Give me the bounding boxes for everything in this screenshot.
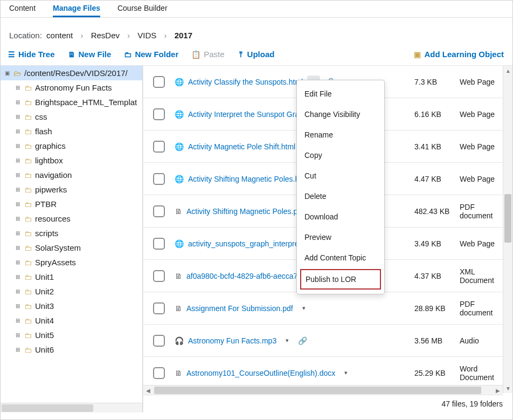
file-link[interactable]: Activity Magnetic Pole Shift.html [188, 142, 295, 151]
expand-icon[interactable]: ⊞ [15, 143, 21, 149]
menu-item[interactable]: Copy [297, 145, 384, 166]
expand-icon[interactable]: ⊞ [15, 85, 21, 91]
expand-icon[interactable]: ⊞ [15, 230, 21, 237]
file-link[interactable]: Assignment For Submission.pdf [186, 304, 293, 313]
file-horizontal-scrollbar[interactable]: ◀ ▶ [143, 385, 503, 395]
tree-item[interactable]: ⊞🗀SpryAssets [1, 255, 142, 270]
expand-icon[interactable]: ⊞ [15, 332, 21, 339]
tree-item[interactable]: ⊞🗀Unit6 [1, 342, 142, 357]
file-link[interactable]: Activity Interpret the Sunspot Grap [188, 110, 303, 119]
menu-item[interactable]: Cut [297, 166, 384, 186]
tab-content[interactable]: Content [9, 4, 36, 17]
menu-item[interactable]: Preview [297, 227, 384, 247]
tree-item[interactable]: ⊞🗀Unit3 [1, 299, 142, 313]
folder-icon: 🗀 [24, 215, 32, 223]
chevron-right-icon: › [77, 31, 86, 40]
tree-item[interactable]: ⊞🗀Unit1 [1, 270, 142, 284]
file-link[interactable]: activity_sunspots_graph_interpret. [188, 239, 303, 248]
breadcrumb-seg[interactable]: VIDS [135, 31, 158, 40]
checkbox[interactable] [153, 205, 165, 217]
upload-button[interactable]: ⤒ Upload [238, 50, 275, 59]
tree-item[interactable]: ⊞🗀resources [1, 211, 142, 226]
file-link[interactable]: Activity Shifting Magnetic Poles.ht [188, 175, 301, 183]
menu-item[interactable]: Publish to LOR [300, 269, 381, 290]
tree-item[interactable]: ⊞🗀Brightspace_HTML_Templat [1, 95, 142, 109]
checkbox[interactable] [153, 141, 165, 153]
scrollbar-thumb[interactable] [154, 387, 481, 394]
expand-icon[interactable]: ⊞ [15, 157, 21, 164]
collapse-icon[interactable]: ▣ [4, 70, 10, 77]
expand-icon[interactable]: ⊞ [15, 128, 21, 135]
checkbox[interactable] [153, 173, 165, 185]
scroll-down-icon[interactable]: ▼ [503, 383, 513, 393]
scroll-up-icon[interactable]: ▲ [503, 66, 513, 75]
scrollbar-thumb[interactable] [2, 404, 93, 412]
tree-item[interactable]: ⊞🗀lightbox [1, 153, 142, 168]
expand-icon[interactable]: ⊞ [15, 245, 21, 251]
tree-item-label: flash [35, 127, 52, 136]
menu-item[interactable]: Delete [297, 186, 384, 206]
file-vertical-scrollbar[interactable]: ▲ ▼ [503, 66, 512, 393]
expand-icon[interactable]: ⊞ [15, 274, 21, 280]
row-actions-dropdown[interactable]: ▾ [339, 367, 352, 380]
tree-item[interactable]: ⊞🗀Unit5 [1, 328, 142, 342]
expand-icon[interactable]: ⊞ [15, 303, 21, 309]
expand-icon[interactable]: ⊞ [15, 172, 21, 178]
tree-item[interactable]: ⊞🗀Astronomy Fun Facts [1, 80, 142, 95]
tree-item[interactable]: ⊞🗀Unit2 [1, 284, 142, 299]
checkbox[interactable] [153, 76, 165, 88]
scroll-right-icon[interactable]: ▶ [493, 385, 503, 395]
menu-item[interactable]: Edit File [297, 84, 384, 104]
tab-course-builder[interactable]: Course Builder [117, 4, 168, 17]
menu-item[interactable]: Download [297, 206, 384, 227]
expand-icon[interactable]: ⊞ [15, 99, 21, 106]
checkbox[interactable] [153, 335, 165, 347]
tree-horizontal-scrollbar[interactable] [1, 403, 142, 412]
menu-item[interactable]: Rename [297, 125, 384, 145]
hide-tree-button[interactable]: ☰ Hide Tree [8, 50, 55, 59]
tree-item[interactable]: ⊞🗀PTBR [1, 197, 142, 211]
checkbox[interactable] [153, 108, 165, 120]
add-learning-object-button[interactable]: ▣ Add Learning Object [414, 50, 504, 59]
tab-manage-files[interactable]: Manage Files [53, 4, 100, 17]
tree-root-label: /content/ResDev/VIDS/2017/ [24, 68, 128, 78]
file-link[interactable]: Activity Classify the Sunspots.html [188, 78, 303, 86]
tree-item[interactable]: ⊞🗀scripts [1, 226, 142, 240]
expand-icon[interactable]: ⊞ [15, 318, 21, 324]
file-link[interactable]: Astronomy101_CourseOutline(English).docx [186, 369, 335, 377]
expand-icon[interactable]: ⊞ [15, 288, 21, 295]
folder-icon: 🗀 [24, 127, 32, 136]
new-file-button[interactable]: 🗎 New File [68, 50, 112, 59]
checkbox[interactable] [153, 302, 165, 314]
expand-icon[interactable]: ⊞ [15, 201, 21, 208]
scroll-left-icon[interactable]: ◀ [143, 385, 153, 395]
file-link[interactable]: Activity Shifting Magnetic Poles.pd [186, 207, 302, 216]
row-actions-dropdown[interactable]: ▾ [281, 334, 294, 347]
expand-icon[interactable]: ⊞ [15, 187, 21, 193]
tree-item[interactable]: ⊞🗀flash [1, 124, 142, 139]
expand-icon[interactable]: ⊞ [15, 347, 21, 353]
checkbox[interactable] [153, 238, 165, 250]
file-link[interactable]: af0a980c-bcfd-4829-afb6-aecca78 [186, 272, 302, 280]
tree-item[interactable]: ⊞🗀SolarSystem [1, 240, 142, 255]
checkbox[interactable] [153, 270, 165, 282]
expand-icon[interactable]: ⊞ [15, 216, 21, 222]
tree-item[interactable]: ⊞🗀graphics [1, 139, 142, 153]
tree-item[interactable]: ⊞🗀css [1, 109, 142, 124]
new-folder-button[interactable]: 🗀 New Folder [124, 50, 178, 59]
file-link[interactable]: Astronomy Fun Facts.mp3 [188, 336, 276, 345]
menu-item[interactable]: Add Content Topic [297, 247, 384, 268]
breadcrumb-seg[interactable]: ResDev [89, 31, 122, 40]
context-menu: Edit FileChange VisibilityRenameCopyCutD… [296, 80, 385, 294]
expand-icon[interactable]: ⊞ [15, 259, 21, 266]
expand-icon[interactable]: ⊞ [15, 114, 21, 120]
tree-item[interactable]: ⊞🗀navigation [1, 168, 142, 182]
tree-root[interactable]: ▣🗁/content/ResDev/VIDS/2017/ [1, 66, 142, 80]
checkbox[interactable] [153, 367, 165, 379]
scrollbar-thumb[interactable] [504, 194, 511, 243]
tree-item[interactable]: ⊞🗀pipwerks [1, 182, 142, 197]
row-actions-dropdown[interactable]: ▾ [297, 302, 310, 315]
tree-item[interactable]: ⊞🗀Unit4 [1, 313, 142, 328]
breadcrumb-seg[interactable]: content [44, 31, 75, 40]
menu-item[interactable]: Change Visibility [297, 104, 384, 125]
